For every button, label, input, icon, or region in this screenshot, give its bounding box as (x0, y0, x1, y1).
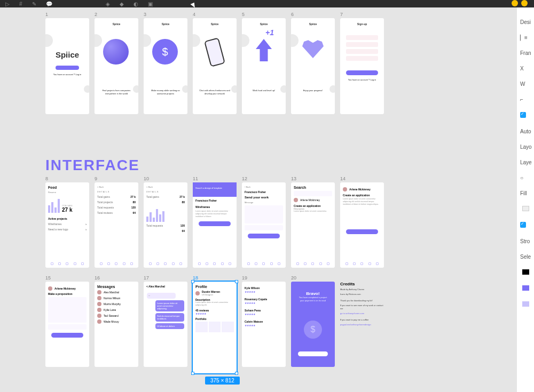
selection-color-lightpurple[interactable] (522, 301, 529, 307)
avatar[interactable] (512, 0, 518, 6)
comment-tool-icon[interactable]: 💬 (46, 1, 52, 7)
stat-value: 27 k (179, 195, 185, 198)
frame-bravo[interactable]: Bravo! You have completed a project your… (291, 282, 335, 367)
frame-search[interactable]: Search Arlene Mckinney Create an applica… (291, 182, 335, 268)
author-name: Francisco Fisher (195, 199, 234, 202)
bottom-nav (294, 261, 332, 266)
credits-line: Icons by Flaticon.com (340, 293, 384, 296)
project-name: Wireframes (195, 205, 234, 209)
back-link: < Back (146, 186, 185, 188)
bottom-nav (343, 261, 381, 266)
frame-application[interactable]: Arlene Mckinney Create an application Lo… (340, 182, 384, 268)
frame-feed[interactable]: Feed Resume TOTAL GAINS 27 k Active proj… (45, 182, 89, 268)
reviewer-name: Kyle Wilson (245, 286, 260, 290)
frame-onboard-chat[interactable]: Spiice Chat with others freelancers and … (193, 18, 237, 114)
proposition-button (346, 229, 378, 234)
frame-send-work[interactable]: ‹ Back Francisco Fisher Send your work M… (242, 182, 286, 268)
signup-field (346, 49, 378, 54)
globe-icon (103, 39, 129, 65)
frame-project-detail[interactable]: Search a design of template Francisco Fi… (193, 182, 237, 268)
angle-field-label: ⌐ (517, 97, 534, 102)
frame-onboard-globe[interactable]: Spiice Find projects from companies ever… (95, 18, 138, 114)
selection-handle[interactable] (235, 280, 238, 283)
credits-link: go to anthonychoren.com (340, 312, 384, 315)
details-bar-chart (146, 206, 185, 222)
bottom-nav (48, 261, 87, 266)
avatar[interactable] (521, 0, 528, 6)
component-icon[interactable]: ▣ (148, 1, 153, 7)
bravo-title: Bravo! (294, 291, 332, 296)
send-work-title: Send your work (245, 196, 283, 199)
selection-color-black[interactable] (522, 269, 529, 275)
tagline: Work hard and level up! (242, 89, 286, 92)
frame-reviews-list[interactable]: Kyle Wilson★★★★★ Rosemary Copele★★★★★ So… (242, 282, 286, 367)
align-icon[interactable]: ▏≡ (517, 35, 534, 41)
move-tool-icon[interactable]: ▷ (5, 1, 10, 7)
heart-icon (302, 39, 324, 58)
frame-profile-selected[interactable]: Profile Dustin WarrenUI Designer Descrip… (193, 282, 237, 373)
frame-details-stats[interactable]: < Back DETAILS Total gains27 k Total pro… (95, 182, 138, 268)
tagline: Chat with others freelancers and develop… (193, 89, 237, 95)
credits-title: Credits (340, 282, 384, 286)
stat-value: 80 (182, 201, 185, 204)
frame-onboard-money[interactable]: Spiice $ Make money while working on awe… (144, 18, 187, 114)
frame-label: 1 (45, 12, 89, 17)
active-projects-label: Active projects (48, 217, 87, 220)
frame-messages[interactable]: Messages Alex Marchal Norma Wilson Morri… (95, 282, 138, 367)
brand-header: Spiice (144, 22, 187, 26)
stat-value: 120 (180, 224, 185, 227)
credits-line: If you want to pay me a coffee (340, 318, 384, 322)
stat-label: Total gains (146, 195, 159, 198)
selection-handle[interactable] (235, 372, 238, 375)
tag-icon[interactable]: ◈ (106, 1, 110, 7)
feed-title: Feed (48, 186, 87, 189)
canvas[interactable]: 1 Spiice You have an account ? Log in 2 … (0, 7, 517, 392)
selection-color-purple[interactable] (522, 285, 529, 291)
mask-icon[interactable]: ◐ (134, 1, 138, 7)
stat-value: 120 (131, 206, 136, 209)
onboarding-row: 1 Spiice You have an account ? Log in 2 … (45, 12, 384, 114)
clip-content-checkbox[interactable] (517, 112, 534, 119)
credits-line: Thank you for downloading my kit! (340, 299, 384, 302)
frame-signup[interactable]: Sign-up You have an account ? Log in (340, 18, 384, 114)
arrow-up-icon (256, 39, 272, 61)
profile-role: UI Designer (202, 293, 220, 296)
total-gains-value: 27 k (62, 207, 72, 213)
login-link: You have an account ? Log in (340, 78, 384, 81)
frame-tool-icon[interactable]: # (19, 1, 22, 7)
right-panel: Desi ▏≡ Fran X W ⌐ Auto Layo Laye ○ Fill… (517, 7, 534, 392)
proposition-textarea (48, 297, 87, 323)
attachment-field (245, 225, 283, 230)
design-tab[interactable]: Desi (517, 19, 534, 25)
selection-handle[interactable] (191, 372, 194, 375)
frame-label: 16 (95, 275, 138, 281)
frame-label-selected: 18 (193, 275, 237, 281)
fill-swatch-none[interactable] (522, 206, 529, 211)
frame-label: 3 (144, 12, 187, 17)
pen-tool-icon[interactable]: ✎ (32, 1, 36, 7)
proposition-heading: Make a proposition (48, 292, 87, 295)
frame-label: 20 (291, 275, 335, 281)
project-banner: Search a design of template (193, 182, 237, 197)
bravo-subtitle: You have completed a project your paymen… (294, 296, 332, 302)
search-input (294, 191, 332, 196)
selection-handle[interactable] (191, 280, 194, 283)
author-name: Francisco Fisher (245, 190, 283, 194)
bottom-nav (245, 261, 283, 266)
frame-details-chart[interactable]: < Back DETAILS Total gains27 k 80 Total … (144, 182, 187, 268)
frame-onboard-levelup[interactable]: Spiice +1 Work hard and level up! (242, 18, 286, 114)
stat-label: Total requests (146, 224, 163, 227)
tagline: Make money while working on awesome proj… (144, 89, 187, 95)
frame-splash[interactable]: Spiice You have an account ? Log in (45, 18, 89, 114)
project-item: Wireframes (48, 222, 62, 226)
reviewer-name: Rosemary Copele (245, 298, 267, 301)
frame-onboard-heart[interactable]: Spiice Enjoy your progress! (291, 18, 335, 114)
fill-visible-checkbox[interactable] (517, 222, 534, 229)
stat-value: 80 (132, 201, 136, 204)
toolbar-left: ▷ # ✎ 💬 (5, 1, 52, 7)
layers-icon[interactable]: ◆ (120, 1, 124, 7)
blend-circle-icon[interactable]: ○ (517, 175, 534, 181)
frame-proposition[interactable]: Arlene Mckinney Make a proposition (45, 282, 89, 367)
frame-chat[interactable]: < Alex Marchal ··· Lorem ipsum dolor sit… (144, 282, 187, 367)
phone-icon (204, 37, 225, 67)
